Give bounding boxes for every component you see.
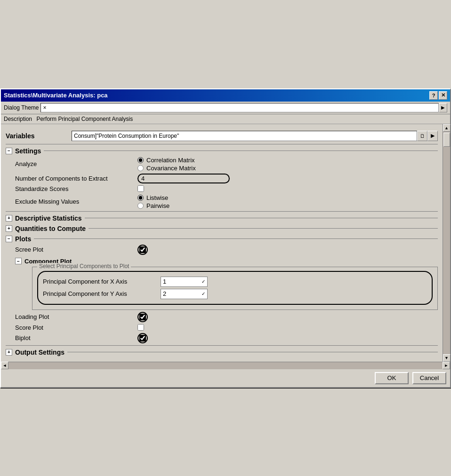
scroll-up-btn[interactable]: ▲	[443, 124, 451, 132]
standardize-checkbox[interactable]	[137, 185, 144, 192]
button-row: OK Cancel	[1, 369, 450, 387]
descriptive-stats-label: Descriptive Statistics	[15, 214, 82, 222]
settings-expand-btn[interactable]: −	[6, 148, 12, 154]
x-axis-row: Principal Component for X Axis 1 ✓	[43, 277, 427, 287]
analyze-controls: Correlation Matrix Covariance Matrix	[137, 157, 196, 172]
standardize-label: Standardize Scores	[15, 185, 137, 192]
loading-plot-row: Loading Plot	[15, 312, 438, 322]
description-row: Description Perform Principal Component …	[1, 114, 450, 124]
listwise-row: Listwise	[137, 194, 169, 201]
biplot-oval	[137, 333, 148, 343]
quantities-expand-btn[interactable]: +	[6, 225, 12, 232]
descriptive-stats-divider	[85, 218, 438, 218]
scree-plot-row: Scree Plot	[15, 245, 438, 255]
content-panel: Variables 🗋 ▶ − Settings Analyze Correla…	[1, 124, 443, 362]
correlation-matrix-label: Correlation Matrix	[146, 157, 195, 164]
scree-plot-checkbox[interactable]	[139, 246, 146, 253]
pairwise-label: Pairwise	[146, 202, 169, 209]
num-components-label: Number of Components to Extract	[15, 175, 137, 182]
settings-divider	[44, 151, 438, 151]
quantities-divider	[89, 228, 438, 229]
exclude-missing-row: Exclude Missing Values Listwise Pairwise	[15, 194, 438, 209]
variables-run-btn[interactable]: ▶	[427, 131, 438, 141]
main-area: Variables 🗋 ▶ − Settings Analyze Correla…	[1, 124, 450, 362]
score-plot-checkbox[interactable]	[137, 324, 144, 331]
score-plot-label: Score Plot	[15, 324, 137, 331]
loading-plot-label: Loading Plot	[15, 313, 137, 320]
variables-input[interactable]	[72, 131, 417, 141]
covariance-matrix-label: Covariance Matrix	[146, 165, 196, 172]
plots-header: − Plots	[6, 235, 438, 243]
loading-plot-oval	[137, 312, 148, 322]
help-button[interactable]: ?	[429, 91, 438, 100]
component-plot-section: − Component Plot Select Principal Compon…	[15, 258, 438, 310]
scroll-right-btn[interactable]: ►	[443, 362, 450, 369]
components-oval-group: Principal Component for X Axis 1 ✓ Princ…	[37, 271, 433, 305]
y-axis-value: 2	[163, 290, 166, 297]
plots-divider	[34, 238, 438, 239]
ok-button[interactable]: OK	[375, 372, 409, 384]
description-text: Perform Principal Component Analysis	[36, 116, 133, 122]
cancel-button[interactable]: Cancel	[412, 372, 446, 384]
close-button[interactable]: ✕	[439, 91, 447, 100]
pairwise-row: Pairwise	[137, 202, 169, 209]
descriptive-stats-header: + Descriptive Statistics	[6, 214, 438, 222]
dialog-theme-label: Dialog Theme	[4, 104, 39, 111]
settings-label: Settings	[15, 147, 41, 155]
output-settings-label: Output Settings	[15, 349, 64, 356]
y-axis-label: Principal Component for Y Axis	[43, 290, 156, 297]
output-settings-expand-btn[interactable]: +	[6, 349, 12, 356]
exclude-missing-controls: Listwise Pairwise	[137, 194, 169, 209]
title-bar: Statistics\Multivariate Analysis: pca ? …	[1, 89, 450, 102]
biplot-label: Biplot	[15, 334, 137, 341]
plots-expand-btn[interactable]: −	[6, 236, 12, 242]
quantities-label: Quantities to Compute	[15, 225, 86, 232]
num-components-input[interactable]	[141, 175, 226, 182]
title-bar-buttons: ? ✕	[429, 91, 447, 100]
output-settings-header: + Output Settings	[6, 349, 438, 356]
horizontal-scrollbar: ◄ ►	[1, 362, 450, 369]
exclude-missing-label: Exclude Missing Values	[15, 198, 137, 205]
correlation-matrix-radio[interactable]	[137, 157, 144, 163]
dialog-theme-input[interactable]	[40, 103, 439, 112]
variables-row: Variables 🗋 ▶	[6, 131, 438, 141]
output-settings-divider	[67, 352, 438, 352]
main-window: Statistics\Multivariate Analysis: pca ? …	[0, 88, 451, 388]
listwise-label: Listwise	[146, 194, 168, 201]
biplot-row: Biplot	[15, 333, 438, 343]
window-title: Statistics\Multivariate Analysis: pca	[4, 92, 108, 99]
dialog-theme-arrow[interactable]: ▶	[439, 103, 447, 112]
x-axis-label: Principal Component for X Axis	[43, 278, 156, 285]
analyze-row: Analyze Correlation Matrix Covariance Ma…	[15, 157, 438, 172]
correlation-matrix-row: Correlation Matrix	[137, 157, 196, 164]
variables-label: Variables	[6, 132, 72, 140]
pairwise-radio[interactable]	[137, 203, 144, 209]
settings-section-header: − Settings	[6, 147, 438, 155]
scree-plot-label: Scree Plot	[15, 246, 137, 253]
listwise-radio[interactable]	[137, 195, 144, 201]
description-label: Description	[4, 116, 32, 122]
covariance-matrix-radio[interactable]	[137, 165, 144, 171]
y-axis-row: Principal Component for Y Axis 2 ✓	[43, 289, 427, 299]
variables-browse-btn[interactable]: 🗋	[417, 131, 427, 141]
scroll-down-btn[interactable]: ▼	[443, 354, 451, 362]
covariance-matrix-row: Covariance Matrix	[137, 165, 196, 172]
plots-label: Plots	[15, 235, 31, 243]
biplot-checkbox[interactable]	[139, 335, 146, 341]
descriptive-stats-expand-btn[interactable]: +	[6, 215, 12, 222]
num-components-oval	[137, 174, 230, 183]
scroll-track	[443, 132, 450, 354]
y-axis-dropdown[interactable]: 2 ✓	[161, 289, 208, 299]
scroll-left-btn[interactable]: ◄	[1, 362, 8, 369]
score-plot-row: Score Plot	[15, 324, 438, 331]
x-axis-dropdown-arrow: ✓	[201, 279, 205, 284]
num-components-row: Number of Components to Extract	[15, 174, 438, 183]
x-axis-dropdown[interactable]: 1 ✓	[161, 277, 208, 287]
quantities-header: + Quantities to Compute	[6, 225, 438, 232]
component-plot-expand-btn[interactable]: −	[15, 258, 22, 264]
scroll-thumb[interactable]	[443, 133, 450, 147]
standardize-row: Standardize Scores	[15, 185, 438, 192]
principal-components-groupbox: Select Principal Components to Plot Prin…	[32, 267, 438, 310]
loading-plot-checkbox[interactable]	[139, 314, 146, 320]
dialog-theme-row: Dialog Theme ▶	[1, 102, 450, 114]
